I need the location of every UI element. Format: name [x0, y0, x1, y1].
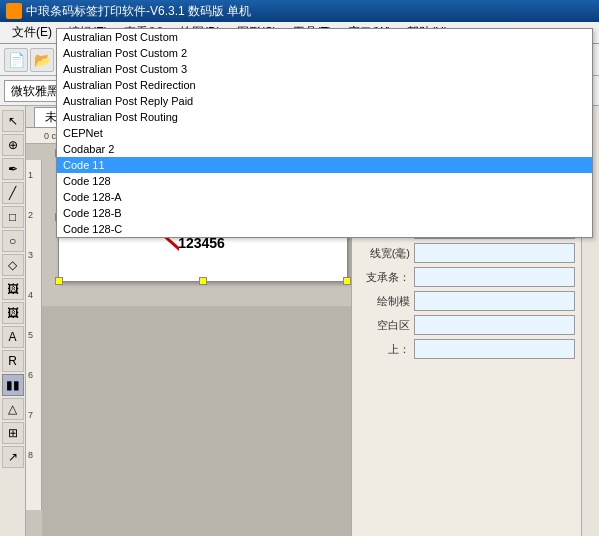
diamond-tool[interactable]: ◇ [2, 254, 24, 276]
richtext-tool[interactable]: R [2, 350, 24, 372]
linewidth-label: 线宽(毫) [358, 246, 410, 261]
whitespace-row: 空白区 [358, 315, 575, 335]
app-title: 中琅条码标签打印软件-V6.3.1 数码版 单机 [26, 3, 251, 20]
props-panel: ⬜ 图形属性 基本 文字 条码 数据源 类型： Code 11 ▼ [351, 106, 581, 536]
dd-item-6[interactable]: CEPNet [57, 125, 592, 141]
handle-bm[interactable] [199, 277, 207, 285]
top-value [414, 339, 575, 359]
ellipse-tool[interactable]: ○ [2, 230, 24, 252]
handle-br[interactable] [343, 277, 351, 285]
app-icon [6, 3, 22, 19]
support-label: 支承条： [358, 270, 410, 285]
dd-item-10[interactable]: Code 128-A [57, 189, 592, 205]
dd-item-12[interactable]: Code 128-C [57, 221, 592, 237]
handle-bl[interactable] [55, 277, 63, 285]
text-tool[interactable]: A [2, 326, 24, 348]
dd-item-2[interactable]: Australian Post Custom 3 [57, 61, 592, 77]
title-bar: 中琅条码标签打印软件-V6.3.1 数码版 单机 [0, 0, 599, 22]
dd-item-8[interactable]: Code 11 [57, 157, 592, 173]
drawmode-label: 绘制模 [358, 294, 410, 309]
linewidth-row: 线宽(毫) [358, 243, 575, 263]
main-area: ↖ ⊕ ✒ ╱ □ ○ ◇ 🖼 🖼 A R ▮▮ △ ⊞ ↗ 未命名-1 * 0… [0, 106, 599, 536]
support-row: 支承条： [358, 267, 575, 287]
dd-item-4[interactable]: Australian Post Reply Paid [57, 93, 592, 109]
type-dropdown: Australian Post Custom Australian Post C… [56, 28, 593, 238]
whitespace-value [414, 315, 575, 335]
dd-item-9[interactable]: Code 128 [57, 173, 592, 189]
dd-item-7[interactable]: Codabar 2 [57, 141, 592, 157]
dd-item-5[interactable]: Australian Post Routing [57, 109, 592, 125]
whitespace-label: 空白区 [358, 318, 410, 333]
top-row: 上： [358, 339, 575, 359]
dd-item-11[interactable]: Code 128-B [57, 205, 592, 221]
new-button[interactable]: 📄 [4, 48, 28, 72]
zoom-tool[interactable]: ⊕ [2, 134, 24, 156]
dd-item-3[interactable]: Australian Post Redirection [57, 77, 592, 93]
image-tool[interactable]: 🖼 [2, 278, 24, 300]
menu-file[interactable]: 文件(E) [4, 22, 60, 43]
open-button[interactable]: 📂 [30, 48, 54, 72]
props-content: 类型： Code 11 ▼ Australian Post Custom Aus… [352, 157, 581, 536]
rect-tool[interactable]: □ [2, 206, 24, 228]
shape-tool[interactable]: △ [2, 398, 24, 420]
ruler-vertical: 1 2 3 4 5 6 7 8 [26, 160, 42, 510]
linewidth-value [414, 243, 575, 263]
canvas-background [42, 306, 351, 536]
left-sidebar: ↖ ⊕ ✒ ╱ □ ○ ◇ 🖼 🖼 A R ▮▮ △ ⊞ ↗ [0, 106, 26, 536]
drawmode-row: 绘制模 [358, 291, 575, 311]
line-tool[interactable]: ╱ [2, 182, 24, 204]
top-label: 上： [358, 342, 410, 357]
drawmode-value [414, 291, 575, 311]
support-value [414, 267, 575, 287]
barcode-tool[interactable]: ▮▮ [2, 374, 24, 396]
arrow-tool[interactable]: ↗ [2, 446, 24, 468]
pen-tool[interactable]: ✒ [2, 158, 24, 180]
image2-tool[interactable]: 🖼 [2, 302, 24, 324]
select-tool[interactable]: ↖ [2, 110, 24, 132]
dd-item-0[interactable]: Australian Post Custom [57, 29, 592, 45]
table-tool[interactable]: ⊞ [2, 422, 24, 444]
dd-item-1[interactable]: Australian Post Custom 2 [57, 45, 592, 61]
